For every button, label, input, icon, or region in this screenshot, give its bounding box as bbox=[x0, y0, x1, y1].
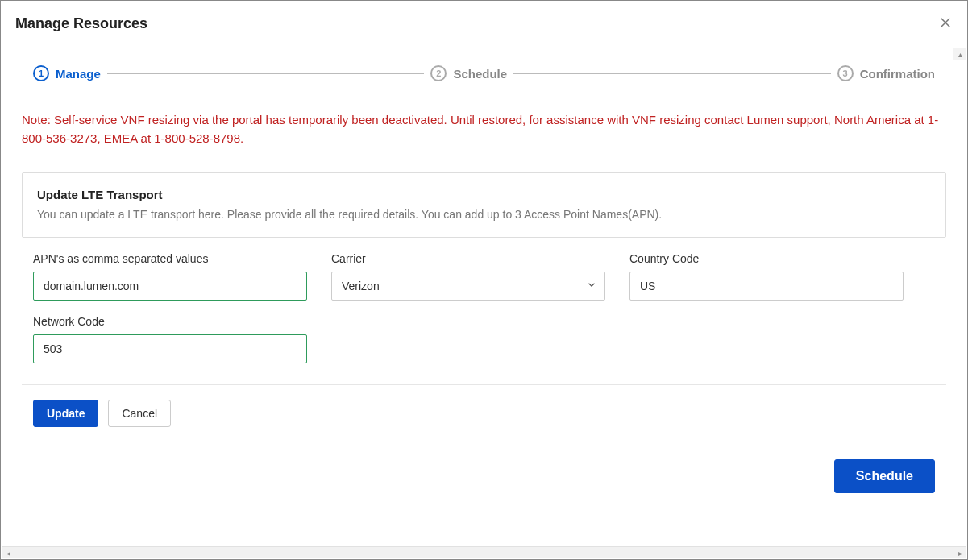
schedule-button[interactable]: Schedule bbox=[834, 459, 935, 493]
scrollbar-track[interactable] bbox=[15, 547, 953, 558]
step-connector bbox=[513, 73, 831, 74]
step-label: Confirmation bbox=[860, 67, 935, 81]
carrier-label: Carrier bbox=[331, 252, 605, 265]
network-code-input[interactable] bbox=[33, 334, 307, 363]
apn-label: APN's as comma separated values bbox=[33, 252, 307, 265]
scroll-left-arrow-icon[interactable]: ◂ bbox=[2, 547, 15, 558]
carrier-select-value[interactable] bbox=[331, 272, 605, 301]
step-label: Manage bbox=[56, 67, 101, 81]
step-manage[interactable]: 1 Manage bbox=[33, 65, 101, 81]
panel-description: You can update a LTE transport here. Ple… bbox=[37, 208, 931, 221]
step-schedule[interactable]: 2 Schedule bbox=[430, 65, 507, 81]
scroll-up-arrow-icon[interactable]: ▴ bbox=[953, 48, 966, 60]
step-number: 2 bbox=[430, 65, 447, 81]
country-code-label: Country Code bbox=[629, 252, 904, 265]
country-code-input[interactable] bbox=[629, 272, 904, 301]
dialog-title: Manage Resources bbox=[15, 15, 147, 32]
warning-note: Note: Self-service VNF resizing via the … bbox=[22, 110, 946, 148]
panel-title: Update LTE Transport bbox=[37, 188, 931, 201]
apn-input[interactable] bbox=[33, 272, 307, 301]
step-confirmation[interactable]: 3 Confirmation bbox=[837, 65, 935, 81]
form-divider bbox=[22, 384, 946, 385]
update-lte-panel: Update LTE Transport You can update a LT… bbox=[22, 172, 946, 238]
step-number: 1 bbox=[33, 65, 49, 81]
step-number: 3 bbox=[837, 65, 854, 81]
wizard-stepper: 1 Manage 2 Schedule 3 Confirmation bbox=[22, 44, 946, 96]
scroll-right-arrow-icon[interactable]: ▸ bbox=[953, 547, 966, 558]
carrier-select[interactable] bbox=[331, 272, 605, 301]
network-code-label: Network Code bbox=[33, 315, 307, 328]
close-icon[interactable] bbox=[938, 15, 953, 32]
horizontal-scrollbar[interactable]: ◂ ▸ bbox=[2, 546, 966, 558]
cancel-button[interactable]: Cancel bbox=[108, 400, 171, 427]
update-button[interactable]: Update bbox=[33, 400, 98, 427]
step-label: Schedule bbox=[453, 67, 507, 81]
step-connector bbox=[107, 73, 425, 74]
